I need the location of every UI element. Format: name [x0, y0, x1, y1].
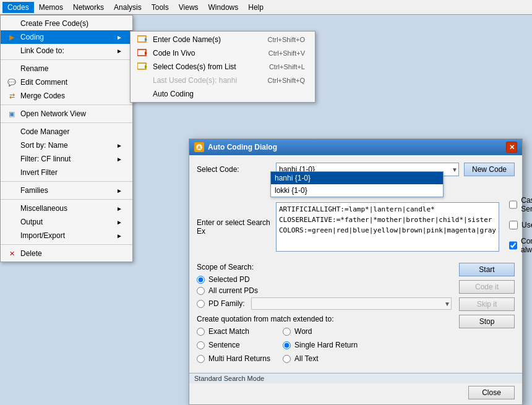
- invert-filter-label: Invert Filter: [20, 168, 58, 177]
- dialog-main-cols: Scope of Search: Selected PD All current…: [197, 263, 515, 365]
- confirm-always-label: Confirm always: [521, 237, 532, 254]
- menu-item-delete[interactable]: ✕ Delete: [1, 247, 132, 260]
- scope-all-pds-label: All current PDs: [208, 286, 258, 295]
- quot-multi-label: Multi Hard Returns: [208, 354, 270, 363]
- svg-rect-2: [137, 49, 146, 56]
- separator-5: [1, 199, 132, 200]
- menu-item-invert-filter[interactable]: Invert Filter: [1, 166, 132, 179]
- menu-memos[interactable]: Memos: [34, 2, 68, 13]
- menu-item-open-network[interactable]: ▣ Open Network View: [1, 107, 132, 121]
- menu-item-link-code[interactable]: Link Code to: ►: [1, 44, 132, 58]
- menu-item-code-manager[interactable]: Code Manager: [1, 125, 132, 139]
- import-export-arrow: ►: [116, 232, 122, 239]
- quot-word-row: Word: [283, 327, 358, 336]
- auto-coding-dialog: A Auto Coding Dialog ✕ Select Code: hanh…: [189, 139, 523, 405]
- separator-2: [1, 104, 132, 105]
- submenu-enter-code[interactable]: Enter Code Name(s) Ctrl+Shift+O: [131, 33, 315, 46]
- menu-item-families[interactable]: Families ►: [1, 184, 132, 197]
- select-code-label: Select Code:: [197, 165, 271, 174]
- menu-tools[interactable]: Tools: [147, 2, 174, 13]
- code-list-area[interactable]: ARTIFICIALLIGHT:=lamp*|lantern|candle* C…: [276, 202, 499, 252]
- dropdown-item-lokki[interactable]: lokki {1-0}: [271, 184, 443, 197]
- case-sensitive-checkbox[interactable]: [509, 200, 517, 209]
- pd-family-select[interactable]: [251, 297, 452, 310]
- case-sensitive-label: Case Sensitive: [521, 196, 532, 213]
- quot-sentence-radio[interactable]: [197, 341, 205, 349]
- new-code-button[interactable]: New Code: [464, 163, 515, 176]
- scope-selected-pd-radio[interactable]: [197, 276, 205, 284]
- separator-3: [1, 122, 132, 123]
- menu-item-create-free-code[interactable]: Create Free Code(s): [1, 17, 132, 30]
- enter-code-shortcut: Ctrl+Shift+O: [267, 36, 305, 43]
- confirm-always-checkbox[interactable]: [509, 241, 517, 250]
- skip-it-button[interactable]: Skip it: [459, 297, 515, 311]
- menu-help[interactable]: Help: [243, 2, 268, 13]
- submenu-last-used: Last Used Code(s): hanhi Ctrl+Shift+Q: [131, 74, 315, 87]
- sort-arrow: ►: [116, 142, 122, 149]
- scope-all-pds-radio[interactable]: [197, 287, 205, 295]
- menu-item-output[interactable]: Output ►: [1, 215, 132, 229]
- code-manager-label: Code Manager: [20, 127, 69, 136]
- menu-item-rename[interactable]: Rename: [1, 62, 132, 75]
- code-in-vivo-label: Code In Vivo: [153, 49, 195, 58]
- quot-multi-row: Multi Hard Returns: [197, 354, 270, 363]
- menu-codes[interactable]: Codes: [2, 2, 34, 13]
- stop-button[interactable]: Stop: [459, 315, 515, 328]
- dialog-status-bar: Standard Search Mode: [189, 373, 522, 383]
- coding-submenu: Enter Code Name(s) Ctrl+Shift+O Code In …: [130, 31, 315, 103]
- code-list-line-2: CLOSERELATIVE:=*father|*mother|brother|c…: [279, 215, 496, 225]
- last-used-label: Last Used Code(s): hanhi: [153, 76, 237, 85]
- scope-pd-family-radio[interactable]: [197, 300, 205, 308]
- quot-alltext-radio[interactable]: [283, 355, 291, 363]
- dialog-col-left: Scope of Search: Selected PD All current…: [197, 263, 452, 365]
- dialog-close-button[interactable]: ✕: [506, 142, 517, 153]
- dialog-footer: Close: [189, 383, 522, 404]
- menu-item-sort[interactable]: Sort by: Name ►: [1, 139, 132, 152]
- menu-item-filter[interactable]: Filter: CF linnut ►: [1, 152, 132, 166]
- quot-exact-row: Exact Match: [197, 327, 270, 336]
- menu-item-miscellaneous[interactable]: Miscellaneous ►: [1, 202, 132, 215]
- quot-multi-radio[interactable]: [197, 355, 205, 363]
- quotation-label: Create quotation from match extended to:: [197, 315, 452, 323]
- svg-rect-0: [137, 36, 146, 42]
- menu-networks[interactable]: Networks: [68, 2, 109, 13]
- submenu-auto-coding[interactable]: Auto Coding: [131, 87, 315, 101]
- quotation-col-left: Exact Match Sentence Multi Hard Returns: [197, 327, 270, 365]
- search-expr-label: Enter or select Search Ex: [197, 218, 271, 236]
- select-codes-icon: [135, 62, 150, 72]
- scope-selected-pd-label: Selected PD: [208, 275, 250, 284]
- quot-single-label: Single Hard Return: [294, 341, 358, 349]
- code-in-vivo-shortcut: Ctrl+Shift+V: [268, 49, 305, 57]
- delete-label: Delete: [20, 249, 42, 258]
- scope-label: Scope of Search:: [197, 263, 452, 271]
- menu-analysis[interactable]: Analysis: [109, 2, 147, 13]
- menu-views[interactable]: Views: [174, 2, 204, 13]
- quot-exact-label: Exact Match: [208, 327, 249, 336]
- select-codes-label: Select Codes(s) from List: [153, 62, 236, 71]
- close-button[interactable]: Close: [468, 386, 515, 399]
- quotation-section: Create quotation from match extended to:…: [197, 315, 452, 365]
- sort-label: Sort by: Name: [20, 141, 68, 150]
- submenu-code-in-vivo[interactable]: Code In Vivo Ctrl+Shift+V: [131, 46, 315, 60]
- last-used-icon: [135, 75, 150, 85]
- scope-all-pds-row: All current PDs: [197, 286, 452, 295]
- menu-item-merge-codes[interactable]: ⇄ Merge Codes: [1, 89, 132, 103]
- dropdown-item-hanhi[interactable]: hanhi {1-0}: [271, 172, 443, 184]
- create-free-code-label: Create Free Code(s): [20, 19, 88, 28]
- menu-item-edit-comment[interactable]: 💬 Edit Comment: [1, 75, 132, 89]
- code-vivo-icon: [135, 48, 150, 58]
- use-grep-checkbox[interactable]: [509, 221, 518, 229]
- output-arrow: ►: [116, 219, 122, 226]
- submenu-select-codes[interactable]: Select Codes(s) from List Ctrl+Shift+L: [131, 60, 315, 74]
- menu-windows[interactable]: Windows: [204, 2, 244, 13]
- quot-single-radio[interactable]: [283, 341, 291, 349]
- menu-item-coding[interactable]: ▶ Coding ►: [1, 30, 132, 44]
- delete-icon: ✕: [6, 249, 18, 258]
- start-button[interactable]: Start: [459, 263, 515, 276]
- rename-label: Rename: [20, 64, 48, 73]
- code-it-button[interactable]: Code it: [459, 280, 515, 294]
- quot-word-radio[interactable]: [283, 328, 291, 336]
- quot-sentence-row: Sentence: [197, 341, 270, 349]
- menu-item-import-export[interactable]: Import/Export ►: [1, 229, 132, 242]
- quot-exact-radio[interactable]: [197, 328, 205, 336]
